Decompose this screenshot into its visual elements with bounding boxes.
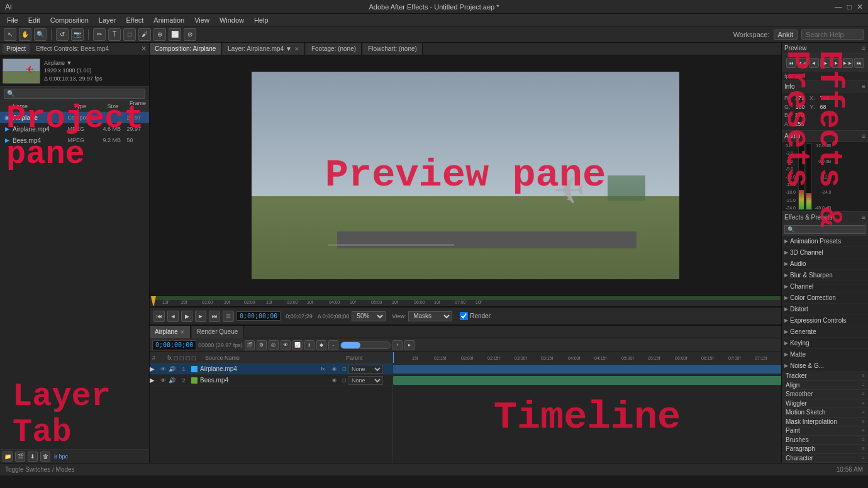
tl-settings-btn[interactable]: ⚙ — [257, 340, 267, 350]
minimize-button[interactable]: — — [835, 3, 842, 11]
project-item-bees-mp4[interactable]: ▶ Bees.mp4 MPEG 9.2 MB 50 — [0, 135, 149, 146]
tl-comp-btn[interactable]: 🎬 — [245, 340, 255, 350]
new-folder-btn[interactable]: 📁 — [3, 452, 13, 462]
effect-cat-keying[interactable]: ▶ Keying — [782, 338, 868, 349]
tool-shape[interactable]: □ — [123, 28, 136, 41]
render-checkbox[interactable] — [460, 312, 468, 320]
tracker-menu[interactable]: ≡ — [862, 373, 865, 379]
tab-effect-controls[interactable]: Effect Controls: Bees.mp4 — [32, 44, 113, 53]
effect-cat-matte[interactable]: ▶ Matte — [782, 349, 868, 360]
pp-stepfwd-btn[interactable]: ► — [832, 58, 842, 68]
project-item-airplane[interactable]: ▣ Airplane Composition 29.97 — [0, 112, 149, 123]
tl-markers-btn[interactable]: ◆ — [316, 340, 326, 350]
effects-panel-menu[interactable]: ≡ — [862, 214, 865, 221]
paragraph-panel-item[interactable]: Paragraph ≡ — [782, 445, 868, 454]
comp-tab-footage[interactable]: Footage: (none) — [306, 43, 362, 55]
menu-edit[interactable]: Edit — [24, 15, 45, 25]
tl-timecode[interactable]: 0;00;00;00 — [152, 340, 196, 350]
tool-pen[interactable]: ✏ — [93, 28, 106, 41]
timeline-tab-airplane[interactable]: Airplane ✕ — [150, 326, 191, 338]
layer-expand-1[interactable]: ▶ — [150, 365, 159, 372]
tracker-panel-item[interactable]: Tracker ≡ — [782, 372, 868, 381]
tl-solo-btn[interactable]: ◎ — [269, 340, 279, 350]
menu-view[interactable]: View — [190, 15, 214, 25]
tl-graph-btn[interactable]: 📈 — [292, 340, 303, 350]
wiggler-panel-item[interactable]: Wiggler ≡ — [782, 399, 868, 409]
character-panel-item[interactable]: Character ≡ — [782, 454, 868, 463]
tl-zoom-slider[interactable] — [340, 341, 391, 349]
delete-btn[interactable]: 🗑 — [40, 452, 50, 462]
switch-1b[interactable]: ◻ — [340, 366, 348, 372]
brushes-panel-item[interactable]: Brushes ≡ — [782, 436, 868, 445]
preview-next-frame-btn[interactable]: ► — [195, 311, 206, 322]
preview-prev-frame-btn[interactable]: ◄ — [167, 311, 179, 322]
align-menu[interactable]: ≡ — [862, 382, 865, 388]
motion-sketch-menu[interactable]: ≡ — [862, 409, 865, 415]
timeline-tab-render[interactable]: Render Queue — [192, 326, 244, 338]
timecode-display[interactable]: 0;00;00;00 — [236, 311, 281, 321]
tl-plus-btn[interactable]: ▸ — [404, 340, 415, 350]
close-button[interactable]: ✕ — [857, 3, 863, 11]
tool-clone[interactable]: ⊕ — [153, 28, 166, 41]
switch-2b[interactable]: ◻ — [340, 377, 348, 383]
timeline-tab-close-0[interactable]: ✕ — [180, 329, 185, 335]
pp-play-btn[interactable]: ▶ — [820, 58, 830, 68]
parent-select-2[interactable]: None — [348, 376, 383, 385]
effect-cat-expression[interactable]: ▶ Expression Controls — [782, 315, 868, 326]
audio-panel-menu[interactable]: ≡ — [862, 133, 865, 140]
menu-composition[interactable]: Composition — [46, 15, 93, 25]
tl-zoom-in-btn[interactable]: + — [392, 340, 403, 350]
tl-zoom-out-btn[interactable]: - — [328, 340, 338, 350]
view-select[interactable]: Masks Final — [408, 311, 452, 321]
tab-project[interactable]: Project — [3, 44, 30, 53]
mask-interp-menu[interactable]: ≡ — [862, 419, 865, 424]
tool-rotate[interactable]: ↺ — [56, 28, 69, 41]
preview-last-btn[interactable]: ⏭ — [209, 311, 220, 322]
layer-row-1[interactable]: ▶ 👁 🔊 1 Airplane.mp4 fx ◉ ◻ — [150, 363, 392, 375]
smoother-panel-item[interactable]: Smoother ≡ — [782, 390, 868, 399]
new-comp-btn[interactable]: 🎬 — [15, 452, 25, 462]
project-item-airplane-mp4[interactable]: ▶ Airplane.mp4 MPEG 4.6 MB 29.97 — [0, 123, 149, 135]
maximize-button[interactable]: □ — [847, 3, 852, 11]
preview-play-btn[interactable]: ▶ — [181, 311, 192, 322]
align-panel-item[interactable]: Align ≡ — [782, 381, 868, 391]
tool-camera[interactable]: 📷 — [71, 28, 84, 41]
effect-cat-blur[interactable]: ▶ Blur & Sharpen — [782, 270, 868, 281]
panel-close[interactable]: ✕ — [141, 45, 147, 53]
tl-info-btn[interactable]: ℹ — [304, 340, 314, 350]
wiggler-menu[interactable]: ≡ — [862, 401, 865, 406]
paint-menu[interactable]: ≡ — [862, 428, 865, 433]
menu-effect[interactable]: Effect — [121, 15, 148, 25]
paragraph-menu[interactable]: ≡ — [862, 446, 865, 452]
effect-cat-audio[interactable]: ▶ Audio — [782, 258, 868, 270]
effect-cat-distort[interactable]: ▶ Distort — [782, 304, 868, 315]
menu-layer[interactable]: Layer — [94, 15, 121, 25]
effect-cat-channel[interactable]: ▶ Channel — [782, 281, 868, 292]
layer-row-2[interactable]: ▶ 👁 🔊 2 Bees.mp4 ◉ ◻ — [150, 375, 392, 386]
layer-audio-1[interactable]: 🔊 — [167, 366, 176, 372]
preview-panel-menu[interactable]: ≡ — [862, 45, 865, 52]
comp-tab-close-1[interactable]: ✕ — [294, 46, 299, 52]
menu-window[interactable]: Window — [215, 15, 248, 25]
layer-vis-2[interactable]: 👁 — [159, 377, 167, 384]
menu-animation[interactable]: Animation — [149, 15, 189, 25]
preview-ram-btn[interactable]: ☰ — [223, 311, 234, 322]
effect-cat-noise[interactable]: ▶ Noise & G... — [782, 360, 868, 372]
comp-tab-layer[interactable]: Layer: Airplane.mp4 ▼ ✕ — [223, 43, 305, 55]
layer-expand-2[interactable]: ▶ — [150, 377, 159, 384]
layer-audio-2[interactable]: 🔊 — [167, 377, 176, 384]
switch-1a[interactable]: ◉ — [330, 366, 338, 372]
import-btn[interactable]: ⬇ — [28, 452, 38, 462]
tool-zoom[interactable]: 🔍 — [34, 28, 47, 41]
effect-cat-3d[interactable]: ▶ 3D Channel — [782, 247, 868, 258]
comp-tab-flowchart[interactable]: Flowchart: (none) — [363, 43, 423, 55]
motion-sketch-panel-item[interactable]: Motion Sketch ≡ — [782, 408, 868, 418]
tool-brush[interactable]: 🖌 — [138, 28, 151, 41]
menu-help[interactable]: Help — [250, 15, 273, 25]
comp-tab-airplane[interactable]: Composition: Airplane — [150, 43, 221, 55]
brushes-menu[interactable]: ≡ — [862, 437, 865, 443]
effect-cat-color[interactable]: ▶ Color Correction — [782, 292, 868, 304]
pp-last-btn[interactable]: ⏭ — [854, 58, 864, 68]
tl-hide-btn[interactable]: 👁 — [281, 340, 291, 350]
paint-panel-item[interactable]: Paint ≡ — [782, 426, 868, 436]
